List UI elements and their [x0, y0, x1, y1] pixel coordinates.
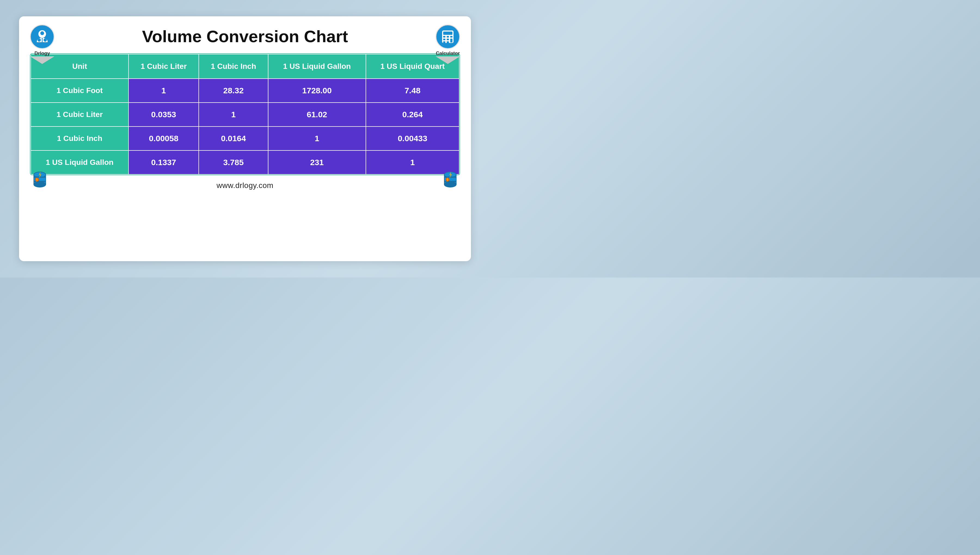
- svg-rect-9: [450, 36, 452, 37]
- col-header-us-gallon: 1 US Liquid Gallon: [268, 54, 366, 79]
- logo-box: Drlogy: [30, 24, 55, 64]
- col-header-cubic-inch: 1 Cubic Inch: [199, 54, 268, 79]
- barrel-right-icon: [440, 169, 460, 189]
- svg-rect-11: [447, 38, 449, 40]
- svg-point-2: [38, 38, 41, 42]
- row-1-col-4: 0.264: [366, 103, 459, 127]
- row-2-col-3: 1: [268, 127, 366, 151]
- header: Drlogy Volume Conversion Chart: [30, 24, 460, 46]
- row-0-unit: 1 Cubic Foot: [31, 79, 129, 103]
- svg-rect-8: [447, 36, 449, 37]
- svg-rect-10: [443, 38, 445, 40]
- col-header-cubic-liter: 1 Cubic Liter: [129, 54, 199, 79]
- svg-rect-6: [443, 32, 452, 35]
- footer-icon-right: [440, 169, 460, 190]
- row-3-col-3: 231: [268, 151, 366, 174]
- svg-rect-12: [450, 38, 452, 42]
- svg-rect-14: [447, 41, 449, 43]
- conversion-table-container: Unit 1 Cubic Liter 1 Cubic Inch 1 US Liq…: [30, 53, 460, 175]
- footer-url: www.drlogy.com: [217, 181, 273, 190]
- svg-rect-20: [34, 181, 46, 182]
- row-2-col-4: 0.00433: [366, 127, 459, 151]
- row-2-unit: 1 Cubic Inch: [31, 127, 129, 151]
- barrel-left-icon: [30, 169, 50, 189]
- svg-point-3: [43, 38, 47, 42]
- calculator-icon-circle: [435, 24, 460, 49]
- row-1-unit: 1 Cubic Liter: [31, 103, 129, 127]
- svg-rect-29: [444, 181, 456, 182]
- svg-point-17: [34, 182, 46, 187]
- row-1-col-1: 0.0353: [129, 103, 199, 127]
- svg-rect-13: [443, 41, 445, 43]
- table-row: 1 Cubic Liter 0.0353 1 61.02 0.264: [31, 103, 459, 127]
- table-row: 1 Cubic Foot 1 28.32 1728.00 7.48: [31, 79, 459, 103]
- row-2-col-2: 0.0164: [199, 127, 268, 151]
- footer: www.drlogy.com: [30, 181, 460, 190]
- table-header-row: Unit 1 Cubic Liter 1 Cubic Inch 1 US Liq…: [31, 54, 459, 79]
- svg-point-26: [444, 182, 456, 187]
- table-row: 1 US Liquid Gallon 0.1337 3.785 231 1: [31, 151, 459, 174]
- conversion-table: Unit 1 Cubic Liter 1 Cubic Inch 1 US Liq…: [31, 54, 459, 175]
- row-3-col-1: 0.1337: [129, 151, 199, 174]
- logo-circle: [30, 24, 55, 49]
- page-title: Volume Conversion Chart: [142, 24, 348, 46]
- calculator-chevron: [435, 56, 460, 64]
- row-2-col-1: 0.00058: [129, 127, 199, 151]
- calculator-box[interactable]: Calculator: [435, 24, 460, 64]
- row-0-col-3: 1728.00: [268, 79, 366, 103]
- row-3-col-2: 3.785: [199, 151, 268, 174]
- row-1-col-2: 1: [199, 103, 268, 127]
- row-0-col-4: 7.48: [366, 79, 459, 103]
- logo-label: Drlogy: [34, 51, 50, 56]
- row-0-col-2: 28.32: [199, 79, 268, 103]
- calculator-label: Calculator: [436, 51, 460, 56]
- logo-chevron: [30, 56, 55, 64]
- footer-icon-left: [30, 169, 50, 190]
- table-row: 1 Cubic Inch 0.00058 0.0164 1 0.00433: [31, 127, 459, 151]
- row-0-col-1: 1: [129, 79, 199, 103]
- drlogy-logo-icon: [34, 29, 50, 45]
- card: Drlogy Volume Conversion Chart: [19, 16, 471, 261]
- svg-point-1: [40, 31, 44, 35]
- calculator-icon: [440, 29, 456, 45]
- svg-rect-7: [443, 36, 445, 37]
- row-1-col-3: 61.02: [268, 103, 366, 127]
